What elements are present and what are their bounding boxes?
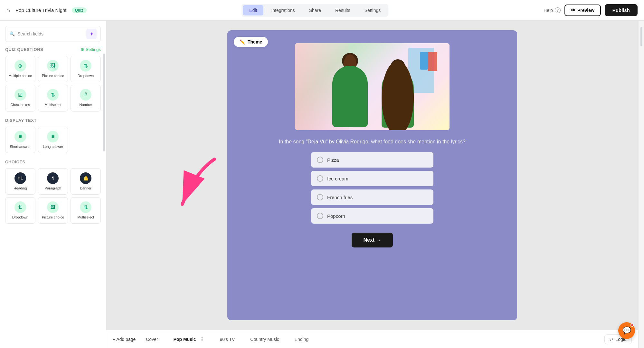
choices-grid: H1 Heading ¶ Paragraph 🔔 Banner ⇅ Dropdo… (5, 168, 101, 224)
answer-pizza[interactable]: Pizza (311, 152, 433, 168)
paragraph-icon: ¶ (47, 172, 59, 184)
tab-edit[interactable]: Edit (243, 5, 263, 15)
answer-ice-cream[interactable]: Ice cream (311, 171, 433, 186)
field-short-answer[interactable]: ≡ Short answer (5, 127, 35, 153)
answer-popcorn-text: Popcorn (327, 213, 345, 219)
home-icon[interactable]: ⌂ (6, 6, 10, 14)
radio-ice-cream (317, 175, 323, 182)
page-tab-90s-tv[interactable]: 90's TV (215, 335, 240, 344)
top-nav: ⌂ Pop Culture Trivia Night Quiz Edit Int… (0, 0, 644, 21)
right-scrollbar-thumb[interactable] (640, 27, 642, 46)
banner-icon: 🔔 (80, 172, 91, 184)
quiz-questions-section-header: Quiz questions ⚙ Settings (5, 47, 101, 52)
heading-icon: H1 (14, 172, 26, 184)
heading-label: Heading (14, 186, 27, 190)
page-tab-country-music[interactable]: Country Music (245, 335, 284, 344)
quiz-badge: Quiz (72, 7, 87, 13)
tab-settings[interactable]: Settings (358, 5, 387, 15)
dropdown-label: Dropdown (78, 73, 94, 78)
nav-tabs: Edit Integrations Share Results Settings (242, 4, 388, 17)
field-multiselect[interactable]: ⇅ Multiselect (38, 85, 68, 111)
add-page-button[interactable]: + Add page (113, 337, 136, 342)
page-tab-dots[interactable]: ⋮ (199, 336, 204, 342)
field-choice-multiselect[interactable]: ⇅ Multiselect (71, 197, 101, 224)
choices-section-header: Choices (5, 160, 101, 164)
search-input[interactable] (17, 31, 84, 36)
canvas-scroll: ✏️ Theme (106, 21, 638, 330)
help-button[interactable]: Help ? (544, 7, 561, 13)
settings-icon: ⚙ (80, 47, 84, 52)
search-icon: 🔍 (9, 31, 15, 36)
radio-french-fries (317, 194, 323, 200)
field-long-answer[interactable]: ≡ Long answer (38, 127, 68, 153)
field-heading[interactable]: H1 Heading (5, 168, 35, 195)
checkboxes-label: Checkboxes (11, 102, 30, 107)
next-button[interactable]: Next → (352, 233, 393, 247)
canvas-area: ✏️ Theme (106, 21, 638, 348)
preview-button[interactable]: 👁 Preview (564, 5, 601, 16)
chat-widget[interactable]: 💬 (618, 322, 635, 339)
answer-popcorn[interactable]: Popcorn (311, 208, 433, 224)
choice-dropdown-label: Dropdown (12, 215, 28, 219)
short-answer-icon: ≡ (14, 131, 26, 142)
answer-options: Pizza Ice cream French fries Popcorn (311, 152, 433, 224)
chat-icon: 💬 (622, 326, 631, 335)
theme-button[interactable]: ✏️ Theme (234, 37, 268, 47)
help-label: Help (544, 8, 553, 13)
field-paragraph[interactable]: ¶ Paragraph (38, 168, 68, 195)
choice-multiselect-icon: ⇅ (80, 201, 91, 213)
multiselect-icon: ⇅ (47, 89, 59, 101)
short-answer-label: Short answer (10, 144, 31, 149)
picture-choice-icon: 🖼 (47, 60, 59, 72)
choice-picture-label: Picture choice (42, 215, 64, 219)
tab-results[interactable]: Results (329, 5, 357, 15)
number-icon: # (80, 89, 91, 101)
page-tab-pop-music[interactable]: Pop Music ⋮ (168, 334, 210, 344)
main-content: 🔍 ✦ Quiz questions ⚙ Settings ⊕ Multiple… (0, 21, 644, 348)
multiple-choice-icon: ⊕ (14, 60, 26, 72)
publish-button[interactable]: Publish (605, 4, 638, 16)
choices-label: Choices (5, 160, 25, 164)
settings-link[interactable]: ⚙ Settings (80, 47, 101, 52)
display-text-section-header: Display text (5, 118, 101, 123)
field-choice-picture[interactable]: 🖼 Picture choice (38, 197, 68, 224)
field-banner[interactable]: 🔔 Banner (71, 168, 101, 195)
quiz-canvas: ✏️ Theme (227, 30, 517, 320)
brush-icon: ✏️ (240, 39, 245, 44)
banner-label: Banner (80, 186, 91, 190)
field-picture-choice[interactable]: 🖼 Picture choice (38, 56, 68, 82)
answer-ice-cream-text: Ice cream (327, 176, 348, 181)
page-tab-ending[interactable]: Ending (289, 335, 314, 344)
magic-icon[interactable]: ✦ (86, 29, 97, 39)
notification-dot (630, 324, 634, 327)
radio-popcorn (317, 213, 323, 219)
tab-integrations[interactable]: Integrations (265, 5, 301, 15)
pink-arrow (169, 153, 221, 212)
bottom-bar: + Add page Cover Pop Music ⋮ 90's TV Cou… (106, 330, 638, 348)
radio-pizza (317, 157, 323, 163)
answer-pizza-text: Pizza (327, 157, 339, 163)
tab-share[interactable]: Share (303, 5, 327, 15)
project-name: Pop Culture Trivia Night (15, 7, 66, 13)
dropdown-icon: ⇅ (80, 60, 91, 72)
right-scrollbar (638, 21, 644, 348)
field-checkboxes[interactable]: ☑ Checkboxes (5, 85, 35, 111)
quiz-question: In the song "Deja Vu" by Olivia Rodrigo,… (279, 138, 466, 146)
multiple-choice-label: Multiple choice (8, 73, 32, 78)
answer-french-fries[interactable]: French fries (311, 189, 433, 205)
field-choice-dropdown[interactable]: ⇅ Dropdown (5, 197, 35, 224)
nav-right: Help ? 👁 Preview Publish (544, 4, 638, 16)
display-text-label: Display text (5, 118, 37, 123)
long-answer-icon: ≡ (47, 131, 59, 142)
field-dropdown[interactable]: ⇅ Dropdown (71, 56, 101, 82)
multiselect-label: Multiselect (45, 102, 62, 107)
page-tab-cover[interactable]: Cover (141, 335, 163, 344)
field-multiple-choice[interactable]: ⊕ Multiple choice (5, 56, 35, 82)
answer-french-fries-text: French fries (327, 195, 353, 200)
quiz-fields-grid: ⊕ Multiple choice 🖼 Picture choice ⇅ Dro… (5, 56, 101, 111)
choice-picture-icon: 🖼 (47, 201, 59, 213)
field-number[interactable]: # Number (71, 85, 101, 111)
sidebar-scrollbar[interactable] (103, 53, 105, 152)
display-text-grid: ≡ Short answer ≡ Long answer (5, 127, 101, 153)
quiz-image (295, 43, 450, 130)
